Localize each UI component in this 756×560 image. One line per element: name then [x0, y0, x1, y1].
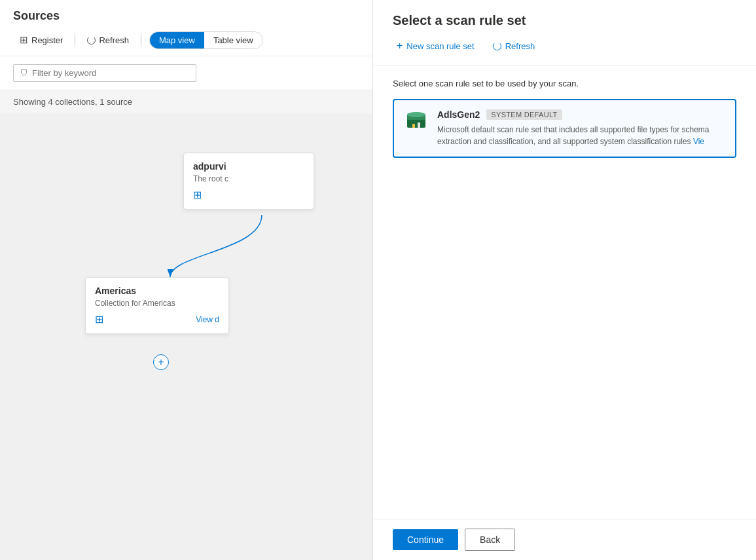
filter-input[interactable] — [32, 68, 189, 78]
sources-title: Sources — [13, 9, 359, 23]
sources-panel: Sources ⊞ Register Refresh Map view Tabl… — [0, 0, 373, 560]
right-footer: Continue Back — [373, 519, 756, 560]
adlsgen2-icon — [405, 109, 428, 133]
americas-actions: ⊞ View d — [95, 313, 219, 326]
svg-rect-6 — [418, 122, 420, 128]
americas-grid-icon[interactable]: ⊞ — [95, 313, 103, 326]
svg-rect-5 — [412, 124, 415, 128]
rule-set-name-row: AdlsGen2 SYSTEM DEFAULT — [437, 109, 725, 120]
continue-button[interactable]: Continue — [393, 529, 458, 550]
left-toolbar: ⊞ Register Refresh Map view Table view — [13, 31, 359, 56]
root-grid-icon[interactable]: ⊞ — [193, 189, 202, 200]
view-toggle: Map view Table view — [149, 31, 263, 49]
root-node-subtitle: The root c — [193, 174, 304, 183]
right-refresh-label: Refresh — [505, 41, 535, 51]
rule-set-info: AdlsGen2 SYSTEM DEFAULT Microsoft defaul… — [437, 109, 725, 147]
back-button[interactable]: Back — [465, 529, 515, 551]
rule-set-card[interactable]: AdlsGen2 SYSTEM DEFAULT Microsoft defaul… — [393, 99, 736, 158]
left-header: Sources ⊞ Register Refresh Map view Tabl… — [0, 0, 372, 56]
view-more-link[interactable]: Vie — [693, 137, 704, 146]
table-view-button[interactable]: Table view — [204, 32, 262, 48]
scan-rule-panel: Select a scan rule set + New scan rule s… — [373, 0, 756, 560]
collection-count: Showing 4 collections, 1 source — [0, 90, 372, 113]
americas-subtitle: Collection for Americas — [95, 299, 219, 308]
root-node-card: adpurvi The root c ⊞ — [183, 153, 314, 210]
register-button[interactable]: ⊞ Register — [13, 31, 69, 49]
right-content: Select one scan rule set to be used by y… — [373, 65, 756, 519]
americas-title: Americas — [95, 286, 219, 296]
right-title: Select a scan rule set — [393, 13, 736, 28]
toolbar-divider — [75, 33, 75, 47]
add-child-button[interactable]: + — [153, 354, 169, 370]
left-refresh-icon — [87, 36, 96, 45]
americas-view-details[interactable]: View d — [196, 315, 219, 324]
new-scan-rule-button[interactable]: + New scan rule set — [393, 37, 478, 54]
filter-icon: ⛉ — [20, 69, 28, 78]
map-area: adpurvi The root c ⊞ Americas Collection… — [0, 113, 372, 560]
left-refresh-button[interactable]: Refresh — [81, 32, 135, 48]
svg-point-4 — [407, 112, 425, 117]
rule-set-desc: Microsoft default scan rule set that inc… — [437, 124, 725, 147]
svg-rect-3 — [407, 120, 425, 122]
americas-node-card: Americas Collection for Americas ⊞ View … — [85, 277, 229, 334]
filter-input-wrap: ⛉ — [13, 64, 196, 82]
register-icon: ⊞ — [20, 34, 28, 46]
system-default-badge: SYSTEM DEFAULT — [486, 109, 562, 120]
root-node-title: adpurvi — [193, 161, 304, 172]
right-header: Select a scan rule set + New scan rule s… — [373, 0, 756, 65]
right-refresh-button[interactable]: Refresh — [489, 39, 539, 54]
left-refresh-label: Refresh — [99, 35, 129, 45]
map-view-button[interactable]: Map view — [150, 32, 204, 48]
toolbar-divider-2 — [141, 33, 141, 47]
right-refresh-icon — [493, 42, 501, 50]
add-child-container: + — [153, 354, 169, 370]
right-toolbar: + New scan rule set Refresh — [393, 37, 736, 54]
instruction-text: Select one scan rule set to be used by y… — [393, 79, 736, 88]
rule-set-name: AdlsGen2 — [437, 109, 480, 120]
new-scan-plus-icon: + — [397, 40, 403, 52]
register-label: Register — [31, 35, 63, 45]
new-scan-label: New scan rule set — [406, 41, 474, 51]
rule-set-icon — [405, 109, 428, 133]
filter-bar: ⛉ — [0, 56, 372, 90]
